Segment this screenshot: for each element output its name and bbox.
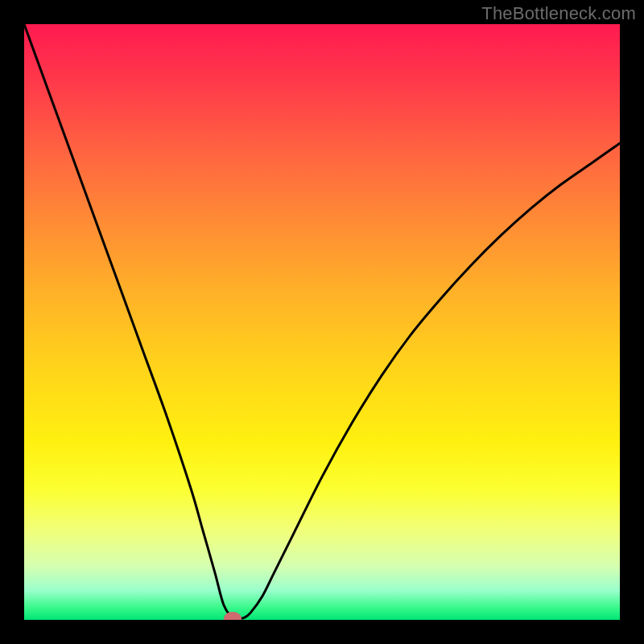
watermark-text: TheBottleneck.com xyxy=(481,3,636,24)
chart-container: TheBottleneck.com xyxy=(0,0,644,644)
chart-overlay xyxy=(24,24,620,620)
optimal-point-marker xyxy=(224,612,242,620)
plot-area xyxy=(24,24,620,620)
bottleneck-curve xyxy=(24,24,620,619)
